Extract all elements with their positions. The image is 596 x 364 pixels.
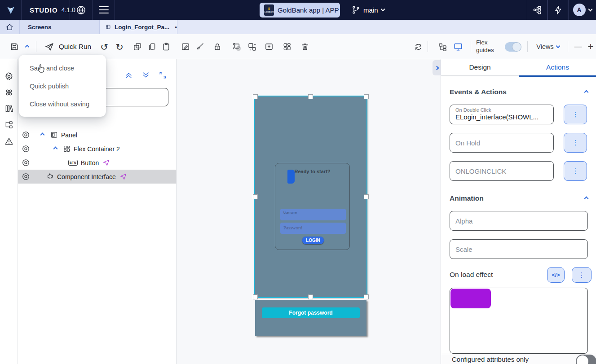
library-button[interactable] [4,104,13,115]
studio-logo[interactable] [0,0,22,20]
duplicate-icon [133,42,142,51]
screen-view-button[interactable] [451,34,465,59]
add-frame-button[interactable] [263,34,275,59]
account-menu[interactable]: A [568,0,596,20]
event-menu-button[interactable]: ⋮ [564,133,587,153]
selected-panel[interactable]: Ready to start? Username Password LOGIN [255,96,366,297]
username-input[interactable]: Username [280,209,346,220]
visibility-icon[interactable] [22,145,30,153]
selection-handle-e[interactable] [364,194,369,199]
selection-handle-n[interactable] [308,94,313,99]
settings-button[interactable] [4,72,13,83]
section-chevron-icon [584,90,589,94]
copy-button[interactable] [146,34,158,59]
tab-actions[interactable]: Actions [519,59,596,75]
design-canvas[interactable]: Ready to start? Username Password LOGIN … [177,59,441,364]
ungroup-button[interactable] [245,34,259,59]
lock-button[interactable] [211,34,224,59]
collapse-chevron-icon[interactable] [53,147,58,151]
sync-icon [414,42,423,52]
main-menu-button[interactable] [93,0,115,20]
on-load-effect-preview[interactable] [450,288,588,354]
collapse-inspector-button[interactable] [433,60,441,75]
selection-handle-nw[interactable] [253,94,258,99]
configured-attributes-toggle[interactable] [576,355,596,364]
expand-all-icon[interactable] [141,71,150,79]
views-dropdown[interactable]: Views [534,34,562,59]
branch-selector[interactable]: main [351,0,384,20]
language-button[interactable] [70,0,93,20]
selection-handle-w[interactable] [253,194,258,199]
active-tab-underline [519,75,596,77]
events-section-header[interactable]: Events & Actions [450,88,588,96]
animation-section-header[interactable]: Animation [450,194,588,202]
hierarchy-button[interactable] [4,120,13,131]
save-button[interactable] [8,34,21,59]
paint-button[interactable] [194,34,206,59]
tab-active-screen[interactable]: Login_Forgot_Pa... ● [100,20,177,34]
inspector-tabs: Design Actions [441,59,596,76]
collapse-all-icon[interactable] [124,71,133,79]
visibility-icon[interactable] [22,131,30,139]
redo-button[interactable]: ↻ [113,34,126,59]
menu-item-save-and-close[interactable]: Save and close [19,59,106,77]
event-menu-button[interactable]: ⋮ [564,105,587,124]
scale-input[interactable] [450,239,588,259]
collapse-chevron-icon [434,66,439,70]
event-on-double-click[interactable]: On Double Click ELogin_interface(SHOWL..… [450,105,554,124]
forgot-password-panel[interactable]: Forgot password [255,300,366,336]
copy-icon [147,42,156,51]
login-button[interactable]: LOGIN [302,237,324,244]
tab-design[interactable]: Design [441,59,519,75]
forgot-password-button[interactable]: Forgot password [262,307,360,318]
collapse-chevron-icon[interactable] [40,133,45,137]
quick-actions-button[interactable] [547,0,568,20]
layer-row-button[interactable]: BTN Button [18,156,177,170]
home-button[interactable] [0,20,20,34]
zoom-in-button[interactable]: + [585,34,596,59]
refresh-preview-button[interactable] [412,34,424,59]
login-card[interactable]: Ready to start? Username Password LOGIN [275,163,350,250]
tree-view-button[interactable] [436,34,449,59]
visibility-icon[interactable] [22,158,30,167]
gear-icon [4,72,13,81]
menu-item-close-without-saving[interactable]: Close without saving [19,95,106,113]
event-onloginclick[interactable]: ONLOGINCLICK [450,161,554,181]
password-input[interactable]: Password [280,223,346,234]
panel-drag-tab[interactable] [287,170,295,184]
zoom-out-button[interactable]: — [572,34,584,59]
studio-logo-icon [5,4,16,15]
lock-icon [213,42,222,51]
paste-button[interactable] [160,34,172,59]
group-button[interactable] [230,34,243,59]
event-menu-button[interactable]: ⋮ [564,161,587,181]
left-icon-strip [0,59,18,364]
issues-button[interactable] [4,137,13,148]
delete-button[interactable] [299,34,311,59]
layer-row-panel[interactable]: Panel [18,128,177,142]
on-load-code-button[interactable]: </> [547,267,565,283]
layer-row-flex-container[interactable]: Flex Container 2 [18,142,177,156]
menu-item-quick-publish[interactable]: Quick publish [19,77,106,95]
flex-guides-toggle[interactable] [504,34,522,59]
brush-icon [195,42,204,51]
tab-screens[interactable]: Screens [20,20,100,34]
goldbank-logo: ♛ GoldBank [264,4,274,16]
event-on-hold[interactable]: On Hold [450,133,554,153]
duplicate-button[interactable] [131,34,144,59]
selection-handle-sw[interactable] [253,294,258,299]
git-branch-icon [351,5,360,14]
layer-row-component-interface[interactable]: Component Interface [18,170,177,184]
app-chip[interactable]: ♛ GoldBank GoldBank app | APP [260,3,340,18]
layout-button[interactable] [281,34,293,59]
expand-panel-icon[interactable] [159,71,167,79]
on-load-menu-button[interactable]: ⋮ [572,267,592,283]
integrations-button[interactable] [527,0,547,20]
copy-style-button[interactable] [179,34,192,59]
selection-handle-ne[interactable] [364,94,369,99]
visibility-icon[interactable] [22,172,30,181]
alpha-input[interactable] [450,211,588,231]
selection-handle-se[interactable] [364,294,369,299]
selection-handle-s[interactable] [308,294,313,299]
components-button[interactable] [4,88,13,99]
